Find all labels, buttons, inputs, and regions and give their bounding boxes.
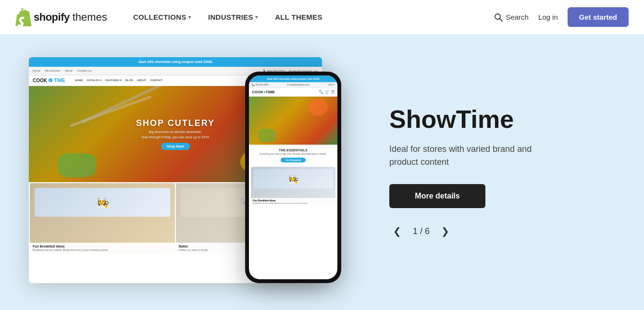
- mobile-mockup: Save 10% storewide using coupon code SAV…: [245, 72, 341, 283]
- mobile-info-bar: 📞 800.555.5555 ✉ help@cooktime.com USD ▾: [249, 82, 337, 88]
- search-icon: [494, 13, 503, 22]
- svg-text:T: T: [50, 79, 51, 82]
- chevron-right-icon: ❯: [441, 226, 449, 236]
- get-started-button[interactable]: Get started: [568, 7, 629, 27]
- pagination-label: 1 / 6: [413, 226, 430, 236]
- logo-themes-text: themes: [73, 11, 107, 24]
- nav-all-themes[interactable]: ALL THEMES: [266, 0, 331, 35]
- pagination-next-button[interactable]: ❯: [437, 223, 453, 239]
- mobile-brand-bar: COOK●TIME 🔍 🛒 ☰: [249, 88, 337, 97]
- mobile-hero-image: [249, 97, 337, 145]
- desktop-promo-bar: Save 10% storewide using coupon code SAV…: [29, 57, 322, 67]
- pagination: ❮ 1 / 6 ❯: [389, 223, 615, 239]
- search-button[interactable]: Search: [494, 13, 529, 22]
- more-details-button[interactable]: More details: [389, 184, 485, 208]
- collections-chevron-icon: ▾: [188, 14, 191, 20]
- pagination-prev-button[interactable]: ❮: [389, 223, 405, 239]
- navbar: shopifythemes COLLECTIONS ▾ INDUSTRIES ▾…: [0, 0, 644, 35]
- svg-line-1: [500, 18, 503, 21]
- industries-chevron-icon: ▾: [255, 14, 258, 20]
- login-button[interactable]: Log in: [538, 13, 558, 21]
- nav-collections[interactable]: COLLECTIONS ▾: [124, 0, 199, 35]
- logo-shopify-text: shopify: [34, 11, 70, 24]
- logo[interactable]: shopifythemes: [15, 8, 107, 26]
- theme-name: ShowTime: [389, 106, 615, 133]
- theme-description: Ideal for stores with varied brand and p…: [389, 143, 553, 169]
- theme-preview: Save 10% storewide using coupon code SAV…: [29, 57, 341, 288]
- mobile-promo-bar: Save 10% storewide using coupon code SAV…: [249, 75, 337, 82]
- navbar-nav: COLLECTIONS ▾ INDUSTRIES ▾ ALL THEMES: [124, 0, 495, 35]
- theme-info-panel: ShowTime Ideal for stores with varied br…: [370, 106, 615, 239]
- nav-industries[interactable]: INDUSTRIES ▾: [199, 0, 266, 35]
- navbar-right: Search Log in Get started: [494, 7, 629, 27]
- hero-section: Save 10% storewide using coupon code SAV…: [0, 35, 644, 310]
- chevron-left-icon: ❮: [393, 226, 401, 236]
- desktop-brand: COOK T TIME: [33, 78, 65, 83]
- shopify-logo-icon: [15, 8, 32, 26]
